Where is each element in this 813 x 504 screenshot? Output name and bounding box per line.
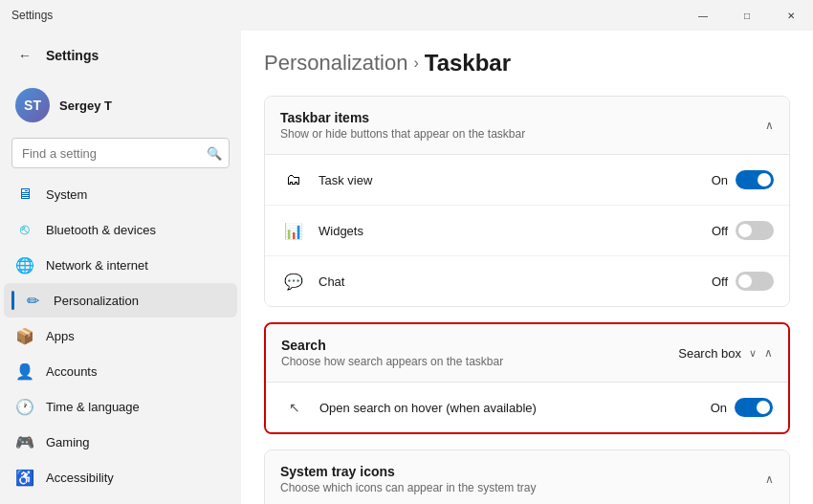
- taskbar-items-section: Taskbar items Show or hide buttons that …: [264, 96, 790, 307]
- system-tray-header[interactable]: System tray icons Choose which icons can…: [265, 450, 789, 504]
- search-hover-info: Open search on hover (when available): [319, 401, 711, 415]
- widgets-value: Off: [712, 224, 728, 238]
- task-view-label: Task view: [319, 173, 712, 187]
- sidebar-item-time[interactable]: 🕐 Time & language: [4, 389, 237, 424]
- sidebar: ← Settings ST Sergey T 🔍 🖥 System ⎋: [0, 31, 241, 504]
- breadcrumb-current: Taskbar: [425, 50, 511, 77]
- search-hover-value: On: [711, 401, 727, 415]
- active-indicator: [11, 291, 14, 310]
- tray-title-group: System tray icons Choose which icons can…: [280, 464, 536, 494]
- search-chevron-up[interactable]: ∧: [764, 346, 773, 360]
- search-section: Search Choose how search appears on the …: [264, 322, 790, 434]
- task-view-value: On: [712, 173, 728, 187]
- taskbar-items-title: Taskbar items: [280, 110, 525, 125]
- widgets-label: Widgets: [319, 224, 712, 238]
- section-title-group: Taskbar items Show or hide buttons that …: [280, 110, 525, 141]
- breadcrumb-parent: Personalization: [264, 51, 407, 76]
- chat-info: Chat: [319, 274, 712, 289]
- network-icon: 🌐: [15, 255, 34, 274]
- search-hover-control: On: [711, 398, 773, 417]
- user-profile[interactable]: ST Sergey T: [4, 80, 237, 130]
- sidebar-item-apps[interactable]: 📦 Apps: [4, 318, 237, 353]
- sidebar-item-label: Gaming: [46, 435, 90, 449]
- sidebar-item-label: Network & internet: [46, 258, 148, 273]
- search-section-header[interactable]: Search Choose how search appears on the …: [266, 324, 788, 383]
- accessibility-icon: ♿: [15, 468, 34, 487]
- window-controls: — □ ✕: [681, 0, 813, 31]
- user-name: Sergey T: [59, 99, 112, 113]
- maximize-button[interactable]: □: [725, 0, 769, 31]
- chat-label: Chat: [319, 274, 712, 289]
- sidebar-item-network[interactable]: 🌐 Network & internet: [4, 248, 237, 282]
- task-view-icon: 🗂: [280, 166, 307, 193]
- sidebar-item-label: Apps: [46, 329, 75, 343]
- avatar: ST: [15, 88, 50, 122]
- personalization-icon: ✏: [23, 291, 42, 310]
- system-icon: 🖥: [15, 185, 34, 204]
- app-title: Settings: [11, 9, 53, 22]
- sidebar-item-accounts[interactable]: 👤 Accounts: [4, 354, 237, 388]
- search-icon: 🔍: [207, 146, 222, 161]
- search-container: 🔍: [0, 130, 241, 176]
- chat-value: Off: [712, 274, 728, 289]
- task-view-row: 🗂 Task view On: [265, 155, 789, 206]
- close-button[interactable]: ✕: [769, 0, 813, 31]
- taskbar-items-chevron-up: ∧: [765, 119, 774, 132]
- search-section-subtitle: Choose how search appears on the taskbar: [281, 355, 503, 368]
- sidebar-item-system[interactable]: 🖥 System: [4, 177, 237, 211]
- minimize-button[interactable]: —: [681, 0, 725, 31]
- app-layout: ← Settings ST Sergey T 🔍 🖥 System ⎋: [0, 31, 813, 504]
- widgets-toggle[interactable]: [736, 221, 774, 240]
- search-dropdown-chevron[interactable]: ∨: [749, 347, 757, 360]
- toggle-thumb: [738, 224, 752, 237]
- sidebar-item-label: Personalization: [54, 294, 139, 308]
- search-hover-row: ↖ Open search on hover (when available) …: [266, 383, 788, 432]
- search-section-title: Search: [281, 338, 503, 353]
- sidebar-item-label: System: [46, 187, 87, 202]
- toggle-thumb: [757, 401, 770, 414]
- bluetooth-icon: ⎋: [15, 220, 34, 239]
- widgets-control: Off: [712, 221, 774, 240]
- sidebar-item-privacy[interactable]: 🛡 Privacy & security: [4, 495, 237, 504]
- widgets-info: Widgets: [319, 224, 712, 238]
- task-view-info: Task view: [319, 173, 712, 187]
- toggle-thumb: [738, 274, 752, 288]
- toggle-thumb: [758, 173, 771, 186]
- sidebar-header: ← Settings: [0, 38, 241, 80]
- taskbar-items-subtitle: Show or hide buttons that appear on the …: [280, 127, 525, 141]
- chat-row: 💬 Chat Off: [265, 256, 789, 306]
- apps-icon: 📦: [15, 326, 34, 345]
- breadcrumb: Personalization › Taskbar: [264, 50, 790, 77]
- sidebar-item-gaming[interactable]: 🎮 Gaming: [4, 425, 237, 459]
- back-button[interactable]: ←: [11, 42, 38, 69]
- system-tray-title: System tray icons: [280, 464, 536, 479]
- search-title-group: Search Choose how search appears on the …: [281, 338, 503, 368]
- sidebar-item-accessibility[interactable]: ♿ Accessibility: [4, 460, 237, 494]
- sidebar-item-label: Time & language: [46, 400, 140, 414]
- main-content: Personalization › Taskbar Taskbar items …: [241, 31, 813, 504]
- task-view-toggle[interactable]: [736, 170, 774, 189]
- time-icon: 🕐: [15, 397, 34, 416]
- breadcrumb-separator: ›: [413, 55, 418, 72]
- nav-list: 🖥 System ⎋ Bluetooth & devices 🌐 Network…: [0, 176, 241, 504]
- accounts-icon: 👤: [15, 362, 34, 381]
- search-dropdown-value: Search box: [678, 346, 741, 361]
- cursor-icon: ↖: [281, 394, 308, 421]
- system-tray-subtitle: Choose which icons can appear in the sys…: [280, 481, 536, 494]
- sidebar-item-label: Bluetooth & devices: [46, 223, 156, 237]
- search-hover-toggle[interactable]: [735, 398, 773, 417]
- taskbar-items-header[interactable]: Taskbar items Show or hide buttons that …: [265, 97, 789, 155]
- system-tray-chevron-up: ∧: [765, 472, 774, 486]
- widgets-icon: 📊: [280, 217, 307, 244]
- search-section-right: Search box ∨ ∧: [678, 346, 773, 361]
- sidebar-item-personalization[interactable]: ✏ Personalization: [4, 283, 237, 318]
- chat-toggle[interactable]: [736, 272, 774, 291]
- titlebar: Settings — □ ✕: [0, 0, 813, 31]
- search-input[interactable]: [11, 138, 230, 168]
- sidebar-item-bluetooth[interactable]: ⎋ Bluetooth & devices: [4, 212, 237, 247]
- chat-control: Off: [712, 272, 774, 291]
- gaming-icon: 🎮: [15, 432, 34, 451]
- system-tray-section: System tray icons Choose which icons can…: [264, 449, 790, 504]
- sidebar-item-label: Accessibility: [46, 471, 114, 485]
- sidebar-app-title: Settings: [46, 48, 99, 63]
